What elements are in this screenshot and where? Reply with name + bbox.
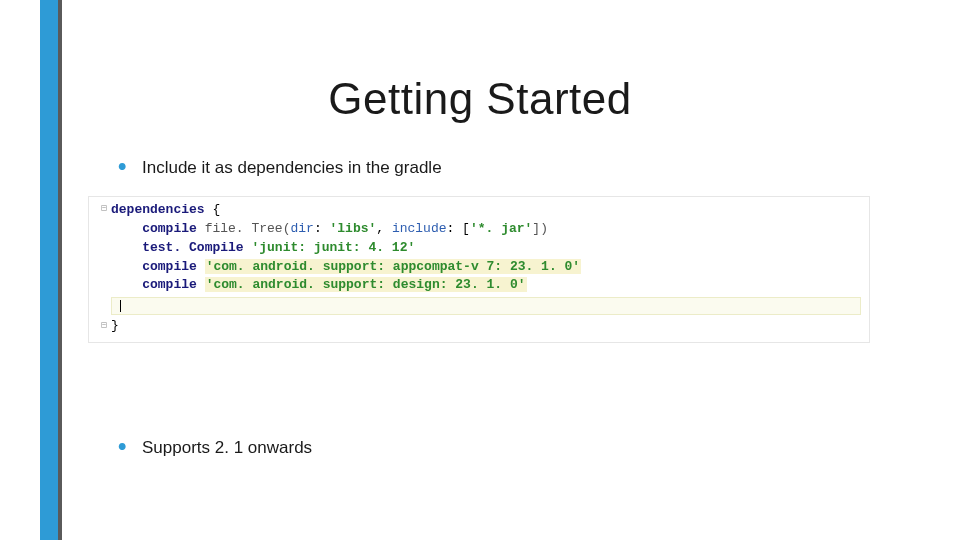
code-brace: } <box>111 318 119 333</box>
fold-end-icon: ⊟ <box>97 319 111 334</box>
code-keyword: test. Compile <box>142 240 251 255</box>
code-line-4: compile 'com. android. support: appcompa… <box>89 258 869 277</box>
code-keyword: compile <box>142 259 204 274</box>
bullet-supports: Supports 2. 1 onwards <box>118 438 312 458</box>
bullet-list-bottom: Supports 2. 1 onwards <box>118 438 312 458</box>
code-string: 'libs' <box>329 221 376 236</box>
code-brace: { <box>205 202 221 217</box>
code-line-3: test. Compile 'junit: junit: 4. 12' <box>89 239 869 258</box>
bullet-dependencies: Include it as dependencies in the gradle <box>118 158 442 178</box>
code-keyword: dependencies <box>111 202 205 217</box>
code-argkey: include <box>392 221 447 236</box>
code-ident: file. Tree <box>197 221 283 236</box>
code-sep: , <box>376 221 392 236</box>
code-string-highlight: 'com. android. support: appcompat-v 7: 2… <box>205 259 581 274</box>
code-cursor-line <box>111 297 861 315</box>
code-string: '*. jar' <box>470 221 532 236</box>
code-argkey: dir <box>290 221 313 236</box>
code-string-highlight: 'com. android. support: design: 23. 1. 0… <box>205 277 527 292</box>
code-keyword: compile <box>142 277 204 292</box>
fold-icon: ⊟ <box>97 202 111 217</box>
code-sep: : [ <box>447 221 470 236</box>
code-keyword: compile <box>142 221 197 236</box>
code-line-2: compile file. Tree(dir: 'libs', include:… <box>89 220 869 239</box>
code-sep: : <box>314 221 330 236</box>
code-string: 'junit: junit: 4. 12' <box>251 240 415 255</box>
code-line-1: ⊟dependencies { <box>89 201 869 220</box>
slide-title: Getting Started <box>0 74 960 124</box>
code-block-gradle: ⊟dependencies { compile file. Tree(dir: … <box>88 196 870 343</box>
bullet-list-top: Include it as dependencies in the gradle <box>118 158 442 178</box>
code-line-5: compile 'com. android. support: design: … <box>89 276 869 295</box>
code-paren: ]) <box>532 221 548 236</box>
code-line-6: ⊟} <box>89 317 869 336</box>
